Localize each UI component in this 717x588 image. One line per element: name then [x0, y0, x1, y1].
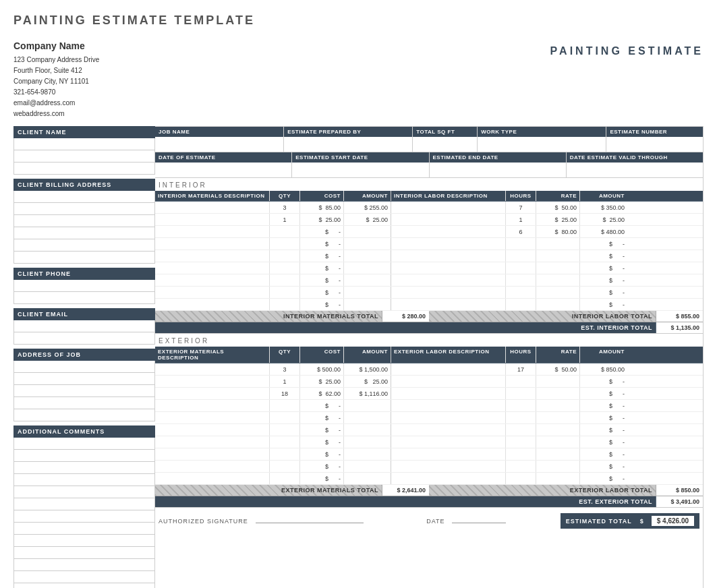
client-phone-label: CLIENT PHONE [13, 268, 155, 280]
date-label: DATE [426, 517, 561, 525]
int-labor-amt-header: AMOUNT [580, 191, 627, 201]
ext-row-3: 18 $ 62.00 $ 1,116.00 $ - [155, 388, 703, 400]
painting-estimate-title: PAINTING ESTIMATE [550, 38, 704, 57]
ext-labor-amt-header: AMOUNT [580, 347, 627, 363]
client-email-label: CLIENT EMAIL [13, 308, 155, 320]
ext-row-4: $ - $ - [155, 400, 703, 412]
company-address1: 123 Company Address Drive [13, 55, 99, 65]
ext-qty-header: QTY [270, 347, 300, 363]
ext-mat-desc-header: EXTERIOR MATERIALS DESCRIPTION [155, 347, 270, 363]
total-sq-ft-header: TOTAL SQ FT [413, 127, 477, 137]
ext-est-total-label: EST. EXTERIOR TOTAL [579, 498, 652, 505]
company-address3: Company City, NY 11101 [13, 76, 99, 87]
client-billing-label: CLIENT BILLING ADDRESS [13, 179, 155, 191]
estimate-prepared-header: ESTIMATE PREPARED BY [284, 127, 412, 137]
ext-est-total-value: $ 3,491.00 [656, 496, 703, 507]
ext-row-10: $ - $ - [155, 473, 703, 485]
ext-mat-total-label: EXTERIOR MATERIALS TOTAL [281, 487, 378, 494]
company-name: Company Name [13, 38, 99, 53]
int-row-2: 1 $ 25.00 $ 25.00 1 $ 25.00 $ 25.00 [155, 214, 703, 226]
int-mat-desc-header: INTERIOR MATERIALS DESCRIPTION [155, 191, 270, 201]
int-mat-total-value: $ 280.00 [382, 311, 429, 322]
int-est-total-label: EST. INTERIOR TOTAL [581, 324, 652, 331]
ext-amt-header: AMOUNT [344, 347, 391, 363]
left-panel: CLIENT NAME CLIENT BILLING ADDRESS CLIEN… [13, 126, 155, 588]
ext-rate-header: RATE [536, 347, 580, 363]
ext-labor-desc-header: EXTERIOR LABOR DESCRIPTION [391, 347, 506, 363]
ext-mat-total-value: $ 2,641.00 [382, 485, 429, 496]
company-address2: Fourth Floor, Suite 412 [13, 65, 99, 76]
estimated-start-header: ESTIMATED START DATE [292, 152, 428, 163]
date-valid-header: DATE ESTIMATE VALID THROUGH [567, 152, 703, 163]
ext-row-6: $ - $ - [155, 424, 703, 436]
company-phone: 321-654-9870 [13, 87, 99, 98]
int-row-9: $ - $ - [155, 299, 703, 311]
int-est-total-value: $ 1,135.00 [656, 322, 703, 333]
estimated-end-header: ESTIMATED END DATE [430, 152, 566, 163]
int-row-7: $ - $ - [155, 274, 703, 287]
date-of-estimate-header: DATE OF ESTIMATE [155, 152, 291, 163]
exterior-label: EXTERIOR [155, 334, 703, 347]
page-title: PAINTING ESTIMATE TEMPLATE [13, 13, 704, 28]
int-row-6: $ - $ - [155, 262, 703, 274]
ext-row-7: $ - $ - [155, 436, 703, 448]
company-info: Company Name 123 Company Address Drive F… [13, 38, 99, 119]
client-name-label: CLIENT NAME [13, 126, 155, 138]
ext-row-9: $ - $ - [155, 461, 703, 473]
ext-cost-header: COST [300, 347, 344, 363]
estimate-number-header: ESTIMATE NUMBER [606, 127, 703, 137]
int-labor-total-value: $ 855.00 [656, 311, 703, 322]
ext-labor-total-value: $ 850.00 [656, 485, 703, 496]
company-website: webaddress.com [13, 109, 99, 119]
company-email: email@address.com [13, 98, 99, 109]
int-labor-total-label: INTERIOR LABOR TOTAL [572, 313, 652, 320]
ext-hrs-header: HOURS [506, 347, 536, 363]
ext-row-5: $ - $ - [155, 412, 703, 424]
int-labor-desc-header: INTERIOR LABOR DESCRIPTION [391, 191, 506, 201]
int-hrs-header: HOURS [506, 191, 536, 201]
final-total-box: ESTIMATED TOTAL $ $ 4,626.00 [561, 513, 699, 529]
right-panel: JOB NAME ESTIMATE PREPARED BY TOTAL SQ F… [155, 126, 704, 588]
interior-label: INTERIOR [155, 178, 703, 191]
ext-row-2: 1 $ 25.00 $ 25.00 $ - [155, 376, 703, 388]
int-rate-header: RATE [536, 191, 580, 201]
int-amt-header: AMOUNT [344, 191, 391, 201]
final-total-label: ESTIMATED TOTAL [566, 518, 632, 525]
int-row-1: 3 $ 85.00 $ 255.00 7 $ 50.00 $ 350.00 [155, 202, 703, 214]
authorized-signature-label: AUTHORIZED SIGNATURE [159, 517, 426, 525]
ext-row-1: 3 $ 500.00 $ 1,500.00 17 $ 50.00 $ 850.0… [155, 363, 703, 376]
ext-labor-total-label: EXTERIOR LABOR TOTAL [570, 487, 652, 494]
int-row-8: $ - $ - [155, 287, 703, 299]
int-mat-total-label: INTERIOR MATERIALS TOTAL [283, 313, 378, 320]
job-name-header: JOB NAME [155, 127, 283, 137]
address-of-job-label: ADDRESS OF JOB [13, 349, 155, 361]
int-row-5: $ - $ - [155, 250, 703, 262]
work-type-header: WORK TYPE [478, 127, 606, 137]
int-row-3: $ - 6 $ 80.00 $ 480.00 [155, 226, 703, 238]
additional-comments-label: ADDITIONAL COMMENTS [13, 425, 155, 438]
int-row-4: $ - $ - [155, 238, 703, 250]
int-cost-header: COST [300, 191, 344, 201]
int-qty-header: QTY [270, 191, 300, 201]
final-total-value: $ 4,626.00 [652, 516, 694, 526]
ext-row-8: $ - $ - [155, 448, 703, 461]
